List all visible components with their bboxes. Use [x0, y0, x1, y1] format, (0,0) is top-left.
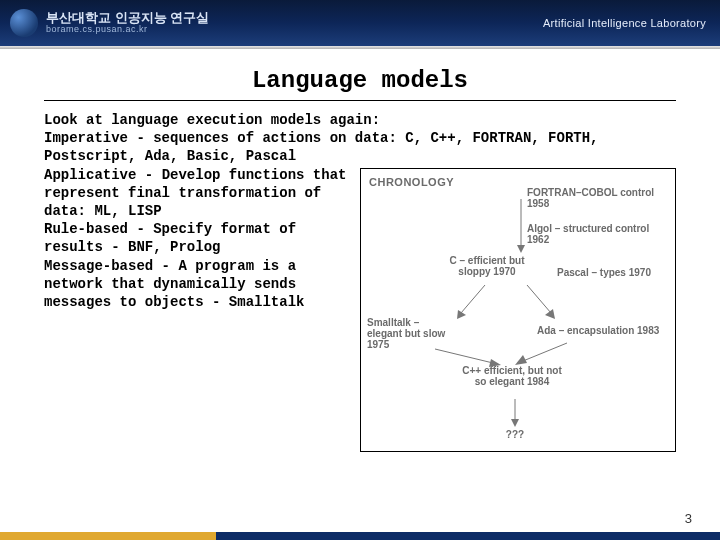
university-logo-icon: [10, 9, 38, 37]
node-future: ???: [495, 429, 535, 440]
svg-marker-3: [457, 310, 466, 319]
node-smalltalk: Smalltalk – elegant but slow 1975: [367, 317, 447, 350]
applicative-label: Applicative: [44, 167, 136, 183]
imperative-label: Imperative: [44, 130, 128, 146]
node-c: C – efficient but sloppy 1970: [447, 255, 527, 277]
svg-line-8: [523, 343, 567, 361]
arrow-icon: [511, 199, 531, 253]
node-algol: Algol – structured control 1962: [527, 223, 667, 245]
arrow-icon: [451, 285, 491, 321]
org-title: 부산대학교 인공지능 연구실: [46, 11, 209, 25]
node-pascal: Pascal – types 1970: [557, 267, 667, 278]
node-ada: Ada – encapsulation 1983: [537, 325, 667, 336]
svg-line-2: [461, 285, 485, 313]
svg-marker-9: [515, 355, 527, 365]
node-fortran: FORTRAN–COBOL control 1958: [527, 187, 667, 209]
arrow-icon: [513, 341, 573, 367]
svg-marker-11: [511, 419, 519, 427]
messagebased-label: Message-based: [44, 258, 153, 274]
svg-line-4: [527, 285, 551, 313]
footer-bar: [0, 532, 720, 540]
imperative-line: Imperative - sequences of actions on dat…: [44, 129, 676, 165]
intro-line: Look at language execution models again:: [44, 111, 676, 129]
arrow-icon: [521, 285, 561, 321]
slide-content: Language models Look at language executi…: [0, 49, 720, 452]
rulebased-label: Rule-based: [44, 221, 128, 237]
svg-marker-5: [545, 309, 555, 319]
messagebased-line: Message-based - A program is a network t…: [44, 257, 352, 312]
org-subtitle: borame.cs.pusan.ac.kr: [46, 25, 209, 35]
header-left: 부산대학교 인공지능 연구실 borame.cs.pusan.ac.kr: [10, 9, 209, 37]
svg-line-6: [435, 349, 493, 363]
title-rule: [44, 100, 676, 101]
applicative-line: Applicative - Develop functions that rep…: [44, 166, 352, 221]
svg-marker-1: [517, 245, 525, 253]
lab-name: Artificial Intelligence Laboratory: [543, 17, 706, 29]
rulebased-line: Rule-based - Specify format of results -…: [44, 220, 352, 256]
imperative-text: - sequences of actions on data: C, C++, …: [44, 130, 599, 164]
svg-marker-7: [489, 359, 501, 367]
slide-title: Language models: [44, 67, 676, 94]
arrow-icon: [433, 347, 503, 369]
chronology-diagram: CHRONOLOGY FORTRAN–COBOL control 1958 Al…: [360, 168, 676, 452]
page-number: 3: [685, 511, 692, 526]
arrow-icon: [507, 399, 523, 427]
header-bar: 부산대학교 인공지능 연구실 borame.cs.pusan.ac.kr Art…: [0, 0, 720, 46]
body-text: Look at language execution models again:…: [44, 111, 676, 452]
